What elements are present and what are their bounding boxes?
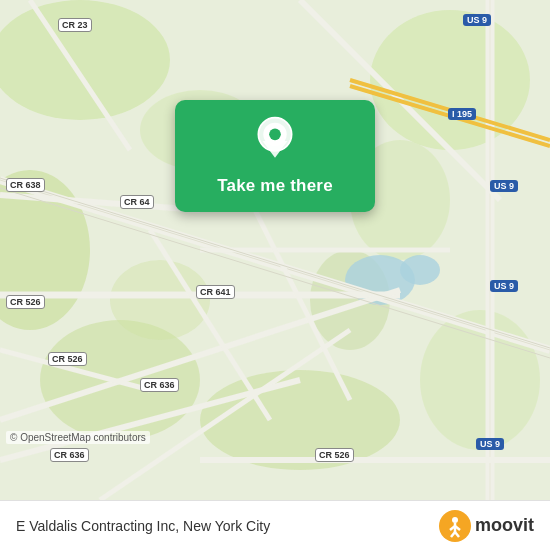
- road-label-cr638: CR 638: [6, 178, 45, 192]
- svg-point-2: [370, 10, 530, 150]
- moovit-text: moovit: [475, 515, 534, 536]
- road-label-cr526-left2: CR 526: [48, 352, 87, 366]
- moovit-icon: [439, 510, 471, 542]
- svg-point-39: [452, 517, 458, 523]
- road-label-cr636-bottom: CR 636: [50, 448, 89, 462]
- road-label-cr23: CR 23: [58, 18, 92, 32]
- road-label-us9-bottom: US 9: [476, 438, 504, 450]
- location-pin-icon: [250, 116, 300, 166]
- road-label-us9-top: US 9: [463, 14, 491, 26]
- action-card: Take me there: [175, 100, 375, 212]
- road-label-cr636-lower: CR 636: [140, 378, 179, 392]
- map-container: CR 23 US 9 CR 638 CR 64 I 195 US 9 CR 52…: [0, 0, 550, 500]
- road-label-us9-lower: US 9: [490, 280, 518, 292]
- road-label-cr526-left: CR 526: [6, 295, 45, 309]
- svg-point-6: [200, 370, 400, 470]
- moovit-logo: moovit: [439, 510, 534, 542]
- osm-attribution: © OpenStreetMap contributors: [6, 431, 150, 444]
- take-me-there-button[interactable]: Take me there: [217, 176, 333, 196]
- road-label-i195: I 195: [448, 108, 476, 120]
- road-label-cr526-bottom: CR 526: [315, 448, 354, 462]
- svg-point-12: [400, 255, 440, 285]
- road-label-cr64: CR 64: [120, 195, 154, 209]
- bottom-bar: E Valdalis Contracting Inc, New York Cit…: [0, 500, 550, 550]
- place-name: E Valdalis Contracting Inc, New York Cit…: [16, 518, 270, 534]
- svg-point-35: [269, 129, 281, 141]
- road-label-us9-mid: US 9: [490, 180, 518, 192]
- road-label-cr641: CR 641: [196, 285, 235, 299]
